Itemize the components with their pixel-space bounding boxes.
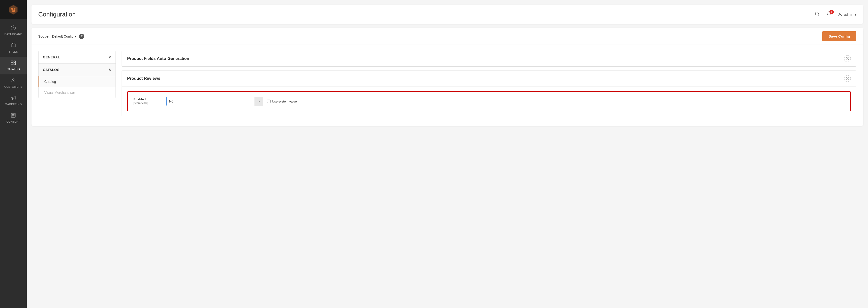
magento-logo-icon — [8, 4, 19, 15]
user-dropdown-icon: ▾ — [855, 12, 857, 17]
two-column-layout: GENERAL ∨ CATALOG ∧ Catalog Visual Merch… — [31, 45, 863, 126]
left-nav-general-label: GENERAL — [43, 55, 60, 59]
product-reviews-title: Product Reviews — [127, 76, 160, 81]
svg-rect-2 — [11, 61, 13, 63]
left-nav-catalog-label: CATALOG — [43, 68, 60, 72]
scope-bar: Scope: Default Config ▾ ? Save Config — [31, 28, 863, 45]
page-header: Configuration 1 admin ▾ — [31, 5, 863, 24]
scope-left: Scope: Default Config ▾ ? — [38, 34, 84, 39]
left-nav-general-section: GENERAL ∨ CATALOG ∧ Catalog Visual Merch… — [38, 51, 116, 98]
sidebar-item-marketing[interactable]: MARKETING — [0, 92, 27, 109]
sidebar-item-content-label: CONTENT — [6, 120, 20, 123]
sidebar-navigation: DASHBOARD SALES CATALOG CUSTOMERS MARKET… — [0, 22, 27, 127]
scope-dropdown-icon: ▾ — [75, 34, 76, 38]
product-reviews-body: Enabled [store view] No Yes ▾ — [122, 86, 856, 116]
sidebar-item-dashboard[interactable]: DASHBOARD — [0, 22, 27, 39]
notification-badge: 1 — [830, 10, 834, 14]
right-content: Product Fields Auto-Generation Product R… — [122, 51, 857, 120]
main-area: Configuration 1 admin ▾ Scope: Default C… — [27, 0, 868, 308]
product-reviews-section: Product Reviews Enabled [store view] — [122, 70, 857, 116]
product-reviews-toggle[interactable] — [844, 75, 851, 82]
search-button[interactable] — [813, 10, 821, 19]
left-nav-general-header[interactable]: GENERAL ∨ — [38, 51, 116, 63]
sidebar-item-marketing-label: MARKETING — [5, 103, 22, 106]
product-fields-toggle[interactable] — [844, 55, 851, 62]
enabled-field-row: Enabled [store view] No Yes ▾ — [127, 91, 851, 111]
dashboard-icon — [11, 25, 16, 31]
sales-icon — [11, 43, 16, 49]
left-nav-item-visual-merchandiser[interactable]: Visual Merchandiser — [38, 87, 116, 98]
header-actions: 1 admin ▾ — [813, 10, 857, 19]
use-system-value-text: Use system value — [272, 100, 297, 103]
left-nav-catalog-header[interactable]: CATALOG ∧ — [38, 63, 116, 76]
enabled-select-wrapper: No Yes ▾ — [166, 97, 263, 106]
user-menu-button[interactable]: admin ▾ — [838, 12, 857, 17]
left-nav-general-chevron: ∨ — [108, 55, 111, 59]
product-fields-title: Product Fields Auto-Generation — [127, 56, 189, 61]
svg-point-10 — [839, 13, 841, 14]
sidebar-item-sales[interactable]: SALES — [0, 39, 27, 57]
sidebar-item-catalog-label: CATALOG — [7, 68, 20, 71]
svg-rect-3 — [14, 61, 16, 63]
left-nav-item-catalog[interactable]: Catalog — [38, 76, 116, 87]
search-icon — [814, 11, 820, 17]
catalog-icon — [11, 60, 16, 66]
enabled-label-text: Enabled — [133, 97, 146, 101]
left-nav-catalog-chevron: ∧ — [108, 67, 111, 72]
sidebar-item-content[interactable]: CONTENT — [0, 109, 27, 127]
left-nav-item-catalog-label: Catalog — [44, 80, 56, 84]
enabled-field-label: Enabled [store view] — [133, 97, 162, 105]
notifications-button[interactable]: 1 — [826, 10, 833, 19]
product-reviews-toggle-icon — [846, 77, 849, 80]
left-nav: GENERAL ∨ CATALOG ∧ Catalog Visual Merch… — [38, 51, 116, 98]
scope-help-button[interactable]: ? — [79, 34, 84, 39]
sidebar: DASHBOARD SALES CATALOG CUSTOMERS MARKET… — [0, 0, 27, 308]
scope-value: Default Config — [52, 34, 73, 38]
use-system-value-label: Use system value — [267, 100, 297, 103]
scope-select[interactable]: Default Config ▾ — [52, 34, 77, 38]
svg-rect-4 — [11, 63, 13, 65]
scope-label: Scope: — [38, 34, 50, 38]
enabled-select[interactable]: No Yes — [166, 97, 263, 106]
product-fields-toggle-icon — [846, 57, 849, 60]
customers-icon — [11, 78, 16, 84]
product-fields-header[interactable]: Product Fields Auto-Generation — [122, 51, 856, 66]
content-icon — [11, 113, 16, 119]
svg-rect-1 — [11, 44, 16, 47]
left-nav-catalog-sub: Catalog Visual Merchandiser — [38, 76, 116, 98]
marketing-icon — [11, 95, 16, 101]
sidebar-item-catalog[interactable]: CATALOG — [0, 57, 27, 74]
content-card: Scope: Default Config ▾ ? Save Config GE… — [31, 28, 863, 126]
svg-rect-5 — [14, 63, 16, 65]
product-reviews-header[interactable]: Product Reviews — [122, 71, 856, 86]
user-name-label: admin — [844, 12, 853, 17]
save-config-button[interactable]: Save Config — [822, 31, 857, 41]
svg-line-9 — [818, 15, 819, 16]
sidebar-item-sales-label: SALES — [9, 50, 18, 53]
use-system-value-checkbox[interactable] — [267, 100, 271, 103]
sidebar-item-dashboard-label: DASHBOARD — [4, 33, 22, 36]
user-icon — [838, 12, 843, 17]
help-icon: ? — [81, 34, 83, 38]
left-nav-item-visual-merchandiser-label: Visual Merchandiser — [44, 91, 75, 94]
svg-point-6 — [12, 79, 14, 80]
sidebar-item-customers-label: CUSTOMERS — [4, 85, 23, 88]
enabled-sublabel: [store view] — [133, 101, 162, 105]
product-fields-auto-generation-section: Product Fields Auto-Generation — [122, 51, 857, 67]
sidebar-logo — [0, 0, 27, 20]
page-title: Configuration — [38, 11, 76, 18]
sidebar-item-customers[interactable]: CUSTOMERS — [0, 74, 27, 92]
